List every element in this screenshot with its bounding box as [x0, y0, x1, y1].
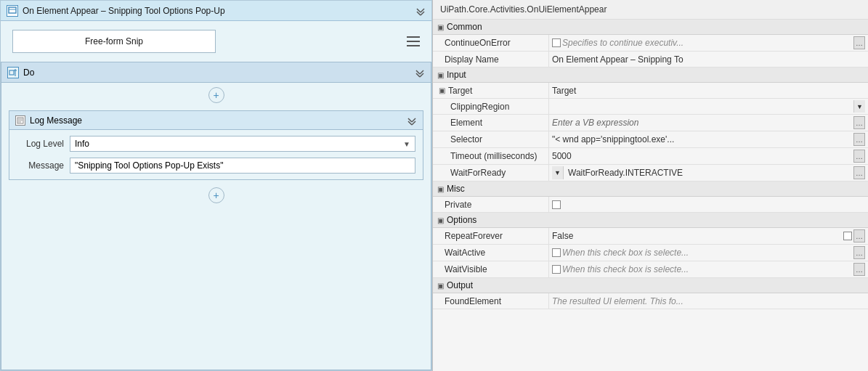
hamburger-menu-icon[interactable]: [407, 36, 420, 46]
do-collapse-button[interactable]: [415, 68, 425, 78]
prop-value-repeat-forever[interactable]: False …: [549, 228, 868, 244]
found-element-text: The resulted UI element. This fo...: [552, 296, 865, 306]
prop-name-wait-for-ready: WaitForReady: [433, 165, 549, 181]
selector-ellipsis[interactable]: …: [853, 133, 865, 146]
do-header-left: Do: [7, 67, 34, 78]
prop-value-timeout[interactable]: 5000 …: [549, 148, 868, 164]
prop-value-wait-for-ready[interactable]: ▼ WaitForReady.INTERACTIVE …: [549, 165, 868, 181]
prop-value-target: Target: [549, 83, 868, 98]
prop-value-selector[interactable]: "< wnd app='snippingtool.exe'... …: [549, 131, 868, 147]
prop-timeout: Timeout (milliseconds) 5000 …: [433, 148, 868, 165]
log-level-row: Log Level Info ▼: [17, 134, 415, 153]
prop-selector: Selector "< wnd app='snippingtool.exe'..…: [433, 131, 868, 148]
section-common-toggle[interactable]: ▣: [437, 23, 444, 31]
target-toggle[interactable]: ▣: [439, 86, 445, 94]
wait-active-text: When this check box is selecte...: [562, 248, 852, 258]
section-input-label: Input: [447, 70, 466, 80]
prop-name-element: Element: [433, 115, 549, 131]
section-output-toggle[interactable]: ▣: [437, 282, 444, 290]
continue-on-error-ellipsis[interactable]: …: [853, 36, 865, 49]
prop-value-wait-active[interactable]: When this check box is selecte... …: [549, 245, 868, 261]
wait-for-ready-ellipsis[interactable]: …: [853, 166, 865, 179]
log-message-collapse-button[interactable]: [407, 115, 417, 126]
prop-name-wait-active: WaitActive: [433, 245, 549, 261]
section-common: ▣ Common: [433, 20, 868, 35]
right-panel: UiPath.Core.Activities.OnUiElementAppear…: [432, 0, 868, 371]
timeout-text: 5000: [552, 151, 852, 161]
prop-value-display-name[interactable]: On Element Appear – Snipping To: [549, 52, 868, 67]
element-input: Enter a VB expression: [552, 118, 852, 128]
wait-for-ready-dropdown-left[interactable]: ▼: [552, 166, 564, 179]
clipping-region-dropdown[interactable]: ▼: [853, 100, 865, 113]
prop-value-private[interactable]: [549, 197, 868, 212]
prop-value-continue-on-error[interactable]: Specifies to continue executiv... …: [549, 35, 868, 51]
wait-visible-checkbox[interactable]: [552, 265, 561, 274]
section-misc-toggle[interactable]: ▣: [437, 185, 444, 193]
prop-value-element[interactable]: Enter a VB expression …: [549, 115, 868, 131]
svg-rect-0: [9, 7, 16, 13]
display-name-text: On Element Appear – Snipping To: [552, 54, 865, 65]
snip-container: Free-form Snip: [1, 21, 431, 62]
prop-name-display-name: Display Name: [433, 52, 549, 67]
activity-header: On Element Appear – Snipping Tool Option…: [1, 1, 431, 21]
add-activity-bottom-button[interactable]: +: [208, 187, 224, 203]
prop-wait-visible: WaitVisible When this check box is selec…: [433, 261, 868, 278]
section-options: ▣ Options: [433, 213, 868, 228]
repeat-forever-text: False: [552, 231, 839, 241]
prop-private: Private: [433, 197, 868, 213]
log-message-header: Log Message: [9, 111, 423, 130]
section-common-label: Common: [447, 22, 482, 32]
props-class-title: UiPath.Core.Activities.OnUiElementAppear: [433, 0, 868, 20]
prop-wait-active: WaitActive When this check box is select…: [433, 245, 868, 261]
collapse-button[interactable]: [415, 6, 426, 16]
do-icon: [7, 67, 19, 78]
add-activity-top-button[interactable]: +: [208, 87, 224, 103]
svg-rect-6: [9, 70, 14, 75]
activity-title: On Element Appear – Snipping Tool Option…: [23, 6, 225, 16]
do-section: Do +: [1, 62, 431, 370]
free-form-snip-button[interactable]: Free-form Snip: [12, 30, 216, 53]
continue-on-error-checkbox[interactable]: [552, 38, 561, 47]
prop-target-header: ▣Target Target: [433, 83, 868, 99]
prop-clipping-region: ClippingRegion ▼: [433, 99, 868, 115]
prop-value-found-element[interactable]: The resulted UI element. This fo...: [549, 293, 868, 309]
message-row: Message "Snipping Tool Options Pop-Up Ex…: [17, 156, 415, 175]
log-message-container: Log Message Log Level Info: [9, 110, 423, 180]
left-panel: On Element Appear – Snipping Tool Option…: [0, 0, 432, 371]
wait-active-checkbox[interactable]: [552, 248, 561, 257]
wait-for-ready-text: WaitForReady.INTERACTIVE: [565, 168, 852, 178]
activity-icon: [7, 5, 18, 17]
wait-active-ellipsis[interactable]: …: [853, 246, 865, 259]
prop-display-name: Display Name On Element Appear – Snippin…: [433, 52, 868, 68]
prop-name-found-element: FoundElement: [433, 293, 549, 309]
section-input: ▣ Input: [433, 68, 868, 83]
log-level-dropdown-arrow[interactable]: ▼: [403, 140, 410, 148]
log-message-icon: [15, 115, 25, 126]
element-ellipsis[interactable]: …: [853, 116, 865, 129]
continue-on-error-text: Specifies to continue executiv...: [562, 38, 852, 48]
wait-visible-ellipsis[interactable]: …: [853, 263, 865, 276]
section-output-label: Output: [447, 280, 473, 290]
prop-value-clipping-region[interactable]: ▼: [549, 99, 868, 114]
log-level-input[interactable]: Info ▼: [70, 136, 415, 152]
prop-name-selector: Selector: [433, 131, 549, 147]
section-output: ▣ Output: [433, 278, 868, 293]
prop-name-wait-visible: WaitVisible: [433, 261, 549, 277]
repeat-forever-ellipsis[interactable]: …: [853, 229, 865, 242]
log-level-value: Info: [75, 139, 89, 149]
private-checkbox[interactable]: [552, 200, 561, 209]
timeout-ellipsis[interactable]: …: [853, 150, 865, 163]
log-message-title: Log Message: [30, 115, 82, 126]
prop-value-wait-visible[interactable]: When this check box is selecte... …: [549, 261, 868, 277]
activity-header-left: On Element Appear – Snipping Tool Option…: [7, 5, 225, 17]
props-table: ▣ Common ContinueOnError Specifies to co…: [433, 20, 868, 371]
message-input[interactable]: "Snipping Tool Options Pop-Up Exists": [70, 158, 415, 174]
section-input-toggle[interactable]: ▣: [437, 71, 444, 79]
section-options-toggle[interactable]: ▣: [437, 216, 444, 224]
prop-name-target: ▣Target: [433, 83, 549, 98]
target-value-text: Target: [552, 86, 865, 96]
prop-found-element: FoundElement The resulted UI element. Th…: [433, 293, 868, 309]
prop-name-timeout: Timeout (milliseconds): [433, 148, 549, 164]
repeat-forever-checkbox[interactable]: [843, 232, 852, 240]
do-header: Do: [1, 62, 431, 83]
